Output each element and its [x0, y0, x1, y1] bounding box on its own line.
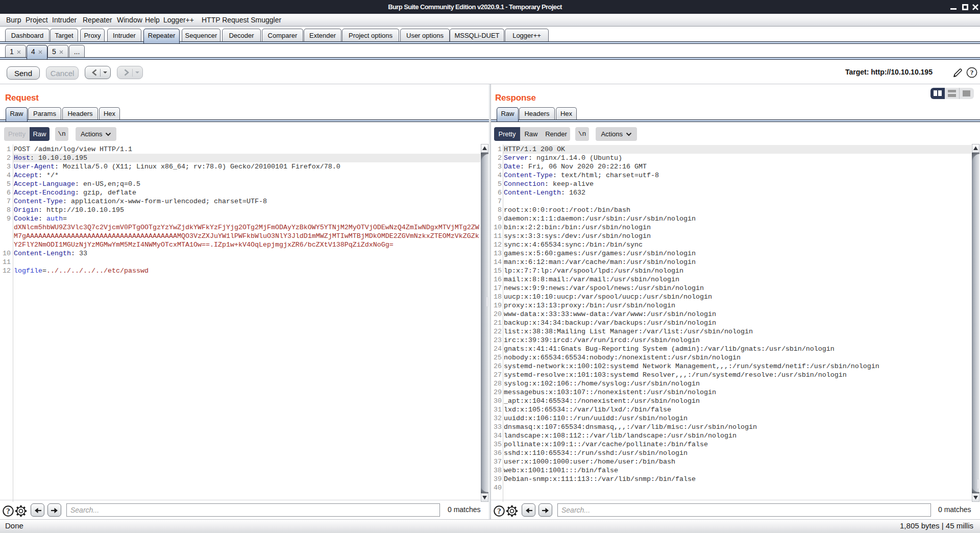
svg-text:?: ? [497, 507, 501, 515]
svg-text:?: ? [6, 507, 10, 515]
svg-text:?: ? [970, 68, 974, 76]
